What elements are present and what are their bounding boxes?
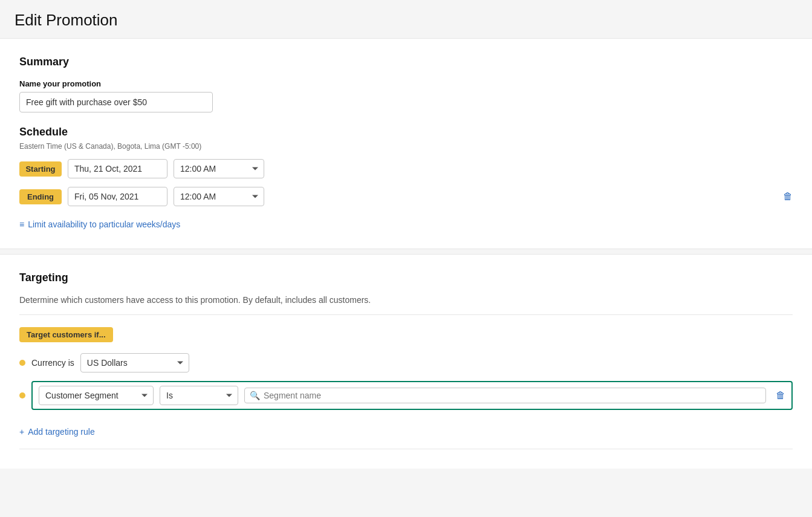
currency-dot — [19, 360, 25, 366]
currency-is-label: Currency is — [31, 358, 74, 368]
targeting-card: Targeting Determine which customers have… — [0, 254, 812, 469]
schedule-title: Schedule — [19, 126, 793, 138]
ending-date-input[interactable] — [68, 187, 167, 206]
add-rule-label: Add targeting rule — [28, 427, 95, 437]
segment-type-wrapper: Customer Segment Customer Tag Country Em… — [39, 386, 154, 405]
starting-time-select[interactable]: 12:00 AM — [174, 159, 264, 178]
segment-dot — [19, 392, 25, 398]
summary-title: Summary — [19, 56, 793, 68]
promotion-name-label: Name your promotion — [19, 79, 793, 88]
ending-time-select[interactable]: 12:00 AM — [174, 187, 264, 206]
target-customers-badge: Target customers if... — [19, 327, 113, 342]
limit-link-label: Limit availability to particular weeks/d… — [28, 219, 180, 229]
segment-row-container: Customer Segment Customer Tag Country Em… — [31, 381, 793, 410]
currency-select[interactable]: US Dollars Canadian Dollars Euro British… — [80, 353, 189, 372]
timezone-label: Eastern Time (US & Canada), Bogota, Lima… — [19, 142, 793, 151]
segment-name-input[interactable] — [264, 391, 761, 400]
starting-badge: Starting — [19, 161, 62, 177]
segment-delete-icon[interactable]: 🗑 — [776, 390, 785, 401]
targeting-divider — [19, 314, 793, 315]
limit-availability-link[interactable]: ≡ Limit availability to particular weeks… — [19, 219, 180, 229]
currency-select-wrapper: US Dollars Canadian Dollars Euro British… — [80, 353, 189, 372]
bottom-divider — [19, 449, 793, 449]
page-title: Edit Promotion — [0, 0, 812, 38]
ending-row: Ending 12:00 AM 🗑 — [19, 187, 793, 206]
summary-card: Summary Name your promotion Schedule Eas… — [0, 38, 812, 249]
filter-icon: ≡ — [19, 219, 24, 229]
is-operator-select[interactable]: Is Is not — [160, 386, 238, 405]
segment-search-wrapper: 🔍 — [244, 388, 766, 403]
targeting-subtitle: Determine which customers have access to… — [19, 295, 793, 305]
ending-badge: Ending — [19, 189, 62, 204]
search-icon: 🔍 — [250, 391, 260, 400]
ending-time-wrapper: 12:00 AM — [174, 187, 264, 206]
schedule-section: Schedule Eastern Time (US & Canada), Bog… — [19, 126, 793, 229]
ending-delete-icon[interactable]: 🗑 — [783, 191, 793, 202]
starting-row: Starting 12:00 AM — [19, 159, 793, 178]
add-rule-plus-icon: + — [19, 427, 24, 437]
is-select-wrapper: Is Is not — [160, 386, 238, 405]
add-targeting-rule-link[interactable]: + Add targeting rule — [19, 427, 95, 437]
targeting-title: Targeting — [19, 272, 793, 284]
starting-date-input[interactable] — [68, 159, 167, 178]
promotion-name-input[interactable] — [19, 92, 213, 112]
segment-rule-row: Customer Segment Customer Tag Country Em… — [19, 381, 793, 410]
starting-time-wrapper: 12:00 AM — [174, 159, 264, 178]
segment-type-select[interactable]: Customer Segment Customer Tag Country Em… — [39, 386, 154, 405]
currency-rule-row: Currency is US Dollars Canadian Dollars … — [19, 353, 793, 372]
